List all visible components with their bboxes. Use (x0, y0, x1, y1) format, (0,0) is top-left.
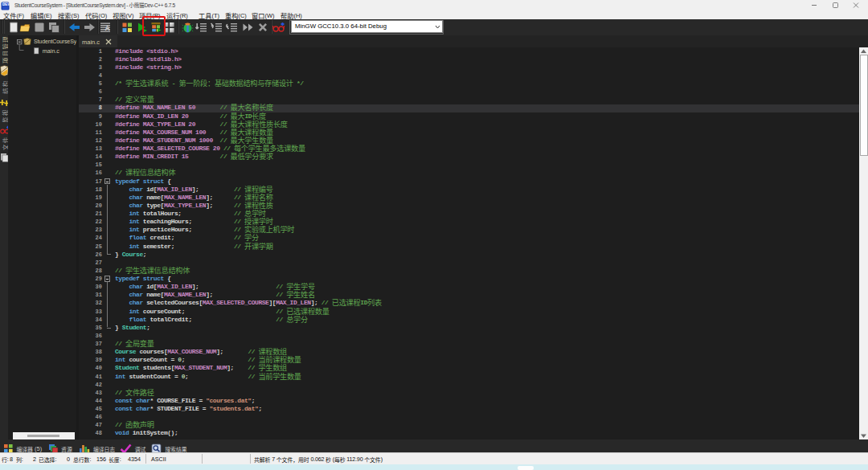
svg-text:A: A (105, 23, 110, 31)
svg-text:DEV: DEV (2, 2, 10, 6)
